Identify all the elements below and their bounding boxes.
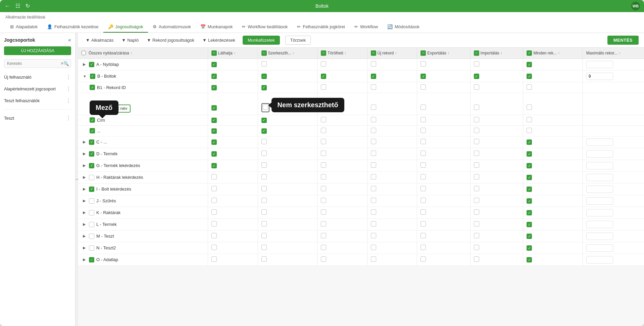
tab-workflow[interactable]: ✏ Workflow [350,22,383,33]
search-icon[interactable]: 🔍 [63,61,69,66]
expand-button[interactable]: ▶ [82,198,87,204]
cell-minden-rek[interactable] [523,82,583,93]
cell-exportalas[interactable] [417,58,470,70]
max-rekord-input[interactable] [586,61,613,68]
max-rekord-input[interactable] [586,244,613,252]
cell-szerkesztheti[interactable]: ✓ [258,82,317,93]
cell-minden-rek-b2[interactable] [523,93,583,115]
lekerdezesek-dropdown[interactable]: ▼ Lekérdezések [200,36,237,44]
grid-button[interactable]: ☷ [14,1,21,10]
max-rekord-input[interactable] [586,73,613,80]
col-header[interactable]: Összes nyitása/zárása ↕ [82,51,204,55]
expand-button[interactable]: ▶ [82,233,87,239]
col-osszes-checkbox[interactable] [82,51,86,55]
cell-uj-rekord[interactable] [367,82,417,93]
tab-jogosultsagok[interactable]: 🔑 Jogosultságok [103,22,148,33]
lathatja-minus[interactable]: − [211,50,217,56]
add-group-button[interactable]: ÚJ HOZZÁADÁSA [4,46,71,55]
max-rekord-input[interactable] [586,162,613,169]
expand-button[interactable]: ▶ [82,139,87,145]
max-rekord-input[interactable] [586,221,613,228]
cell-importalas[interactable] [470,82,523,93]
cell-exportalas-b2[interactable] [417,93,470,115]
expand-button[interactable]: ▶ [82,174,87,180]
save-button[interactable]: MENTÉS [607,36,639,45]
row-checkbox[interactable]: ✓ [90,117,95,123]
cell-lathatja[interactable]: ✓ [208,58,258,70]
expand-button[interactable]: ▶ [82,186,87,192]
tab-automatizmusok[interactable]: ⚙ Automatizmusok [148,22,196,33]
cell-lathatja-b2[interactable]: ✓ [208,93,258,115]
rekord-jogosultsagok-dropdown[interactable]: ▼ Rekord jogosultságok [145,36,196,44]
expand-button[interactable]: ▶ [82,245,87,251]
tab-munkanapok[interactable]: 📅 Munkanapok [196,22,237,33]
sidebar-item-teszt[interactable]: Teszt ⋮ [0,112,75,124]
tab-felhasznalok[interactable]: 👤 Felhasználók kezelése [42,22,103,33]
torolheti-minus[interactable]: − [321,50,326,56]
row-checkbox[interactable]: ✓ [90,85,95,90]
max-rekord-input[interactable] [586,138,613,146]
sidebar-item-menu-button[interactable]: ⋮ [66,97,71,104]
cell-importalas[interactable]: ✓ [470,70,523,82]
cell-minden-rek[interactable]: ✓ [523,70,583,82]
cell-torolheti[interactable] [317,82,367,93]
max-rekord-input[interactable] [586,186,613,193]
torzsek-tab[interactable]: Törzsek [285,36,311,45]
max-rekord-input[interactable] [586,209,613,216]
exportalas-minus[interactable]: − [420,50,426,56]
cell-lathatja[interactable]: ✓ [208,70,258,82]
tab-alapadatok[interactable]: ⊞ Alapadatok [5,22,42,33]
tab-felhasznalok-jogkorei[interactable]: ✏ Felhasználók jogkörei [292,22,350,33]
importalas-minus[interactable]: − [474,50,479,56]
sidebar-item-menu-button[interactable]: ⋮ [66,74,71,80]
max-rekord-input[interactable] [586,197,613,205]
cell-importalas-b2[interactable] [470,93,523,115]
cell-exportalas[interactable]: ✓ [417,70,470,82]
tab-modositasok[interactable]: 🔄 Módosítások [383,22,424,33]
cell-szerkesztheti[interactable] [258,58,317,70]
alkalmazas-dropdown[interactable]: ▼ Alkalmazás [84,36,115,44]
uj-rekord-minus[interactable]: − [371,50,376,56]
user-avatar[interactable]: WB [631,2,640,10]
row-checkbox[interactable]: ✓ [89,151,94,157]
sidebar-resize-handle[interactable]: ⇔ [76,33,78,326]
row-checkbox[interactable]: ✓ [90,74,95,79]
sidebar-item-uj-felhasznalo[interactable]: Új felhasználó ⋮ [0,71,75,83]
expand-button[interactable]: ▶ [82,62,87,67]
cell-szerkesztheti-b2[interactable]: Nem szerkeszthető [258,93,317,115]
sidebar-collapse-button[interactable]: « [68,37,71,43]
minden-rek-checkbox[interactable]: ✓ [527,50,532,56]
sidebar-item-menu-button[interactable]: ⋮ [66,115,71,121]
sidebar-item-teszt-felhasznalok[interactable]: Teszt felhasználók ⋮ [0,95,75,107]
cell-torolheti[interactable]: ✓ [317,70,367,82]
max-rekord-input[interactable] [586,233,613,240]
cell-exportalas[interactable] [417,82,470,93]
row-checkbox[interactable]: ✓ [90,128,95,133]
sidebar-item-alapertelmezett[interactable]: Alapértelmezett jogcsoport ⋮ [0,83,75,95]
max-rekord-input[interactable] [586,174,613,181]
max-rekord-input[interactable] [586,256,613,263]
expand-button[interactable]: ▶ [82,151,87,157]
expand-button[interactable]: ▶ [82,221,87,227]
row-checkbox[interactable]: ✓ [89,139,94,145]
expand-button[interactable]: ▶ [82,210,87,215]
cell-uj-rekord[interactable]: ✓ [367,70,417,82]
tab-workflow-beallitasok[interactable]: ✏ Workflow beállítások [237,22,292,33]
sidebar-item-menu-button[interactable]: ⋮ [66,86,71,92]
cell-minden-rek[interactable]: ✓ [523,58,583,70]
cell-szerkesztheti[interactable]: − [258,70,317,82]
naplo-dropdown[interactable]: ▼ Napló [119,36,141,44]
max-rekord-input[interactable] [586,150,613,158]
expand-button[interactable]: ▶ [82,257,87,262]
row-checkbox[interactable]: ✓ [89,62,94,67]
szerkesztheti-minus[interactable]: − [261,50,267,56]
cell-uj-rekord[interactable] [367,58,417,70]
cell-uj-rekord-b2[interactable] [367,93,417,115]
cell-importalas[interactable] [470,58,523,70]
back-button[interactable]: ← [3,2,11,10]
cell-torolheti[interactable] [317,58,367,70]
b2-szerkesztheti[interactable] [263,105,268,110]
expand-button[interactable]: ▶ [82,163,87,168]
munkafuzetek-tab[interactable]: Munkafüzetek [243,36,280,45]
refresh-button[interactable]: ↻ [24,1,31,10]
